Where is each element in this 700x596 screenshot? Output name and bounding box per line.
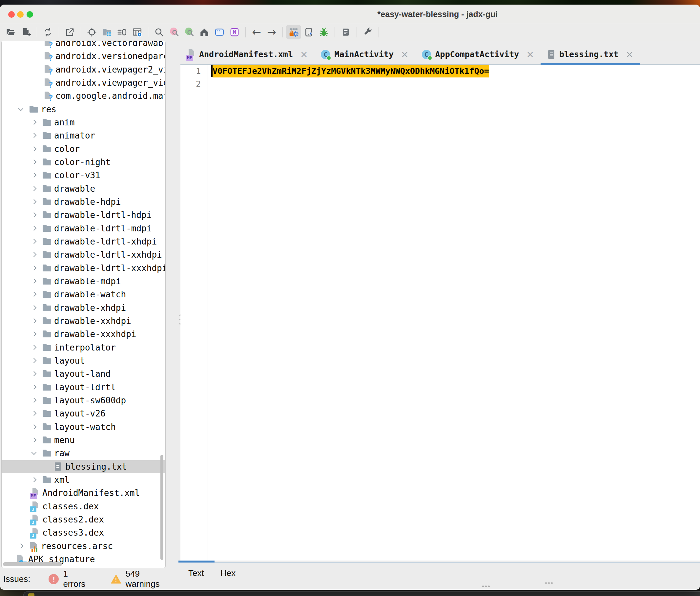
tree-item-androidx-versionedparce[interactable]: androidx.versionedparce <box>2 50 165 63</box>
tree-item-drawable-hdpi[interactable]: drawable-hdpi <box>2 195 165 208</box>
resize-grip-dots[interactable] <box>482 586 490 587</box>
resources-folder-button[interactable] <box>99 25 114 40</box>
chevron-right-icon[interactable] <box>30 357 37 364</box>
tree-item-androidx-vectordrawable[interactable]: androidx.vectordrawable <box>2 41 165 50</box>
tree-item-androidmanifest-xml[interactable]: AndroidManifest.xml <box>2 487 165 499</box>
tab-appcompatactivity[interactable]: AppCompatActivity × <box>415 44 541 64</box>
tree-item-resources-arsc[interactable]: resources.arsc <box>2 540 165 553</box>
chevron-right-icon[interactable] <box>30 397 37 404</box>
code-editor[interactable]: 1 2 V0FOTEFJe2VhZmRiM2FjZjYzMGVkNTk3MWMy… <box>180 65 700 561</box>
export-button[interactable] <box>62 25 77 40</box>
tree-item-classes-dex[interactable]: classes.dex <box>2 500 165 513</box>
chevron-right-icon[interactable] <box>30 159 37 166</box>
debugger-button[interactable] <box>316 25 331 40</box>
add-files-button[interactable] <box>18 25 33 40</box>
chevron-right-icon[interactable] <box>30 251 37 258</box>
main-activity-home-button[interactable] <box>197 25 212 40</box>
tree-item-layout[interactable]: layout <box>2 354 165 367</box>
tree-item-classes3-dex[interactable]: classes3.dex <box>2 526 165 539</box>
tree-item-drawable-watch[interactable]: drawable-watch <box>2 288 165 301</box>
chevron-right-icon[interactable] <box>30 344 37 351</box>
bottom-tab-hex[interactable]: Hex <box>221 568 235 578</box>
tree-item-menu[interactable]: menu <box>2 433 165 447</box>
chevron-right-icon[interactable] <box>30 291 37 298</box>
comment-search-button[interactable] <box>182 25 197 40</box>
forward-button[interactable]: → <box>264 25 279 40</box>
chevron-down-icon[interactable] <box>30 450 37 456</box>
tree-item-drawable-ldrtl-xhdpi[interactable]: drawable-ldrtl-xhdpi <box>2 235 165 248</box>
close-window-button[interactable] <box>8 11 15 18</box>
tree-item-blessing-txt[interactable]: blessing.txt <box>2 460 165 473</box>
chevron-right-icon[interactable] <box>30 318 37 324</box>
chevron-right-icon[interactable] <box>30 371 37 377</box>
chevron-right-icon[interactable] <box>30 146 37 152</box>
tree-vertical-scrollbar[interactable] <box>160 455 163 560</box>
tree-item-animator[interactable]: animator <box>2 129 165 142</box>
close-tab-icon[interactable]: × <box>526 49 534 60</box>
chevron-right-icon[interactable] <box>30 119 37 126</box>
log-viewer-button[interactable] <box>338 25 353 40</box>
tree-item-xml[interactable]: xml <box>2 473 165 487</box>
tree-item-interpolator[interactable]: interpolator <box>2 341 165 354</box>
close-tab-icon[interactable]: × <box>300 49 308 60</box>
chevron-right-icon[interactable] <box>30 437 37 443</box>
target-button[interactable] <box>84 25 99 40</box>
tree-item-drawable-xxxhdpi[interactable]: drawable-xxxhdpi <box>2 327 165 341</box>
class-search-button[interactable] <box>166 25 182 40</box>
tree-item-drawable[interactable]: drawable <box>2 182 165 195</box>
chevron-right-icon[interactable] <box>30 424 37 430</box>
chevron-right-icon[interactable] <box>17 543 24 549</box>
tree-item-com-google-android-mate[interactable]: com.google.android.mate <box>2 89 165 102</box>
table-view-button[interactable] <box>130 25 145 40</box>
code-structure-button[interactable] <box>114 25 130 40</box>
tree-item-color[interactable]: color <box>2 143 165 155</box>
chevron-right-icon[interactable] <box>30 132 37 139</box>
tree-horizontal-scrollbar[interactable] <box>3 562 62 566</box>
tree-item-anim[interactable]: anim <box>2 116 165 129</box>
tree-item-res[interactable]: res <box>2 103 165 116</box>
chevron-right-icon[interactable] <box>30 278 37 284</box>
chevron-right-icon[interactable] <box>30 225 37 232</box>
tree-item-raw[interactable]: raw <box>2 447 165 460</box>
text-search-button[interactable] <box>152 25 166 40</box>
back-button[interactable]: ← <box>249 25 264 40</box>
tree-item-drawable-ldrtl-mdpi[interactable]: drawable-ldrtl-mdpi <box>2 222 165 235</box>
tree-item-androidx-viewpager2-vie[interactable]: androidx.viewpager2_vie <box>2 63 165 76</box>
chevron-right-icon[interactable] <box>30 410 37 417</box>
tab-blessing-txt[interactable]: blessing.txt × <box>541 44 640 64</box>
device-debug-button[interactable] <box>301 25 316 40</box>
chevron-down-icon[interactable] <box>17 106 24 113</box>
tree-item-classes2-dex[interactable]: classes2.dex <box>2 513 165 526</box>
chevron-right-icon[interactable] <box>30 172 37 178</box>
close-tab-icon[interactable]: × <box>626 49 633 60</box>
deobfuscation-toggle[interactable] <box>286 25 301 40</box>
reload-button[interactable] <box>40 25 55 40</box>
tree-item-drawable-ldrtl-xxhdpi[interactable]: drawable-ldrtl-xxhdpi <box>2 248 165 261</box>
errors-count[interactable]: 1 errors <box>63 569 91 589</box>
open-file-button[interactable] <box>3 25 18 40</box>
tree-item-drawable-xhdpi[interactable]: drawable-xhdpi <box>2 301 165 315</box>
preferences-button[interactable] <box>360 25 375 40</box>
tree-item-drawable-ldrtl-xxxhdpi[interactable]: drawable-ldrtl-xxxhdpi <box>2 262 165 275</box>
tree-item-color-v31[interactable]: color-v31 <box>2 169 165 182</box>
close-tab-icon[interactable]: × <box>401 49 408 60</box>
terminal-button[interactable] <box>212 25 227 40</box>
chevron-right-icon[interactable] <box>30 199 37 205</box>
tree-item-layout-v26[interactable]: layout-v26 <box>2 407 165 420</box>
tree-item-color-night[interactable]: color-night <box>2 155 165 169</box>
chevron-right-icon[interactable] <box>30 265 37 271</box>
bottom-tab-text[interactable]: Text <box>188 568 204 578</box>
tree-item-layout-land[interactable]: layout-land <box>2 367 165 380</box>
tree-item-layout-watch[interactable]: layout-watch <box>2 420 165 433</box>
chevron-right-icon[interactable] <box>30 238 37 245</box>
warnings-count[interactable]: 549 warnings <box>126 569 174 589</box>
tree-item-androidx-viewpager-view[interactable]: androidx.viewpager_view <box>2 76 165 89</box>
tree-item-layout-ldrtl[interactable]: layout-ldrtl <box>2 381 165 394</box>
zoom-window-button[interactable] <box>27 11 33 18</box>
tree-item-layout-sw600dp[interactable]: layout-sw600dp <box>2 394 165 407</box>
resize-grip-dots[interactable] <box>545 582 553 584</box>
methods-badge-button[interactable]: M <box>227 25 242 40</box>
tab-androidmanifest[interactable]: AndroidManifest.xml × <box>180 44 314 64</box>
minimize-window-button[interactable] <box>17 11 24 18</box>
chevron-right-icon[interactable] <box>30 212 37 218</box>
